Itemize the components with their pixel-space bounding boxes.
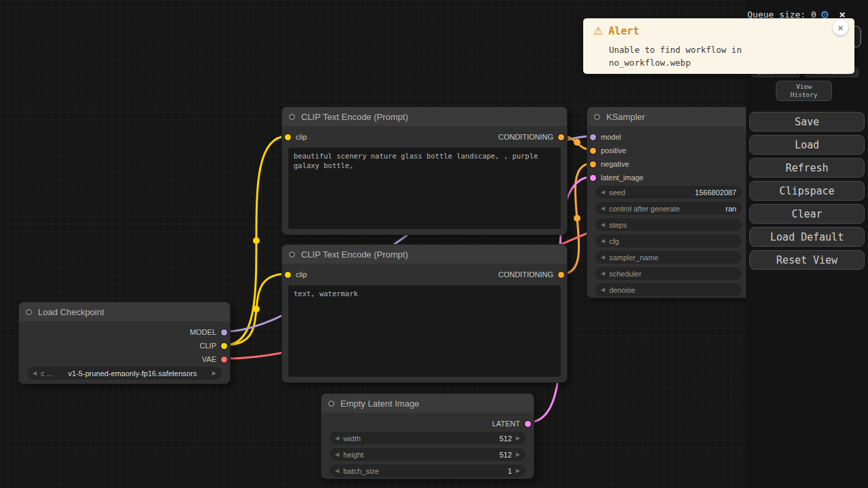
node-clip-text-encode-negative[interactable]: CLIP Text Encode (Prompt) clip CONDITION… [281, 244, 568, 383]
sampler-name-widget[interactable]: ◀ sampler_name [595, 251, 742, 264]
left-arrow-icon[interactable]: ◀ [335, 435, 339, 441]
model-port[interactable] [590, 134, 596, 140]
steps-widget[interactable]: ◀ steps [595, 218, 742, 231]
node-clip-text-encode-positive[interactable]: CLIP Text Encode (Prompt) clip CONDITION… [281, 106, 568, 235]
clip-port[interactable] [221, 343, 227, 349]
output-slot-conditioning[interactable]: CONDITIONING [498, 268, 564, 281]
width-widget[interactable]: ◀ width 512 ▶ [330, 432, 526, 445]
output-slot-clip[interactable]: CLIP [200, 339, 227, 352]
node-load-checkpoint[interactable]: Load Checkpoint MODEL CLIP VAE ◀ c ... v… [18, 302, 231, 384]
left-arrow-icon[interactable]: ◀ [601, 189, 605, 195]
control-after-generate-widget[interactable]: ◀ control after generate ran [595, 202, 742, 215]
clip-port[interactable] [285, 272, 291, 278]
conditioning-port[interactable] [558, 272, 564, 278]
left-arrow-icon[interactable]: ◀ [601, 287, 605, 293]
clear-button[interactable]: Clear [749, 204, 865, 224]
left-arrow-icon[interactable]: ◀ [33, 370, 37, 376]
node-header[interactable]: Empty Latent Image [321, 394, 534, 413]
load-default-button[interactable]: Load Default [749, 227, 865, 247]
left-arrow-icon[interactable]: ◀ [601, 254, 605, 260]
link-dot [253, 306, 260, 312]
conditioning-port[interactable] [590, 148, 596, 154]
clipspace-button[interactable]: Clipspace [749, 181, 865, 201]
output-slot-vae[interactable]: VAE [202, 352, 227, 366]
conditioning-port[interactable] [558, 134, 564, 140]
input-slot-model[interactable]: model [590, 130, 621, 144]
alert-title-row: ⚠ Alert [593, 24, 639, 37]
seed-widget[interactable]: ◀ seed 1566802087 [595, 186, 742, 199]
widget-label: cfg [609, 237, 619, 245]
right-arrow-icon[interactable]: ▶ [516, 468, 520, 474]
node-title: KSampler [606, 112, 645, 122]
node-header[interactable]: CLIP Text Encode (Prompt) [282, 245, 567, 264]
alert-message: Unable to find workflow in no_workflow.w… [609, 43, 742, 69]
node-graph-canvas[interactable]: Load Checkpoint MODEL CLIP VAE ◀ c ... v… [0, 0, 868, 488]
latent-port[interactable] [525, 421, 531, 427]
input-slot-clip[interactable]: clip [285, 130, 307, 144]
left-arrow-icon[interactable]: ◀ [601, 238, 605, 244]
load-button[interactable]: Load [749, 135, 865, 155]
alert-message-line1: Unable to find workflow in [609, 43, 742, 56]
alert-toast: ⚠ Alert Unable to find workflow in no_wo… [583, 18, 854, 74]
vae-port[interactable] [221, 357, 227, 363]
refresh-button[interactable]: Refresh [749, 158, 865, 178]
widget-label: seed [609, 188, 625, 197]
node-empty-latent-image[interactable]: Empty Latent Image LATENT ◀ width 512 ▶ … [321, 393, 534, 479]
cfg-widget[interactable]: ◀ cfg [595, 235, 742, 247]
input-slot-clip[interactable]: clip [285, 268, 307, 281]
prompt-textarea[interactable]: beautiful scenery nature glass bottle la… [288, 148, 561, 229]
widget-label: denoise [609, 286, 635, 294]
output-slot-model[interactable]: MODEL [190, 325, 227, 339]
widget-value: 1 [508, 467, 512, 475]
node-header[interactable]: KSampler [587, 107, 750, 126]
widget-label: control after generate [609, 205, 680, 213]
right-arrow-icon[interactable]: ▶ [516, 451, 520, 458]
scheduler-widget[interactable]: ◀ scheduler [595, 267, 742, 280]
prompt-textarea[interactable]: text, watermark [288, 285, 561, 377]
node-status-dot [594, 114, 600, 120]
height-widget[interactable]: ◀ height 512 ▶ [330, 448, 526, 461]
node-title: Empty Latent Image [340, 399, 419, 409]
ckpt-name-widget[interactable]: ◀ c ... v1-5-pruned-emaonly-fp16.safeten… [27, 367, 222, 380]
node-header[interactable]: CLIP Text Encode (Prompt) [282, 107, 567, 126]
latent-port[interactable] [590, 175, 596, 181]
input-slot-latent-image[interactable]: latent_image [590, 171, 644, 184]
right-arrow-icon[interactable]: ▶ [516, 435, 520, 441]
output-slot-conditioning[interactable]: CONDITIONING [498, 130, 564, 144]
denoise-widget[interactable]: ◀ denoise [595, 283, 742, 296]
view-history-button[interactable]: View History [776, 81, 832, 101]
node-title: CLIP Text Encode (Prompt) [301, 112, 408, 122]
model-port[interactable] [221, 329, 227, 336]
menu-button-column: Save Load Refresh Clipspace Clear Load D… [749, 112, 865, 273]
reset-view-button[interactable]: Reset View [749, 250, 865, 270]
output-slot-latent[interactable]: LATENT [492, 417, 531, 430]
left-arrow-icon[interactable]: ◀ [601, 222, 605, 228]
widget-label: width [343, 434, 361, 443]
link-dot [253, 237, 260, 244]
widget-label: sampler_name [609, 253, 658, 262]
node-header[interactable]: Load Checkpoint [19, 302, 230, 321]
widget-label: scheduler [609, 270, 642, 278]
input-slot-negative[interactable]: negative [590, 157, 629, 171]
node-ksampler[interactable]: KSampler model positive negative latent_… [587, 106, 751, 298]
link-dot [574, 215, 580, 222]
node-status-dot [289, 251, 295, 258]
alert-close-button[interactable]: × [833, 20, 848, 35]
node-status-dot [26, 309, 32, 315]
right-arrow-icon[interactable]: ▶ [212, 370, 216, 376]
node-status-dot [289, 114, 295, 120]
widget-value: v1-5-pruned-emaonly-fp16.safetensors [68, 369, 197, 378]
node-title: CLIP Text Encode (Prompt) [301, 249, 408, 260]
left-arrow-icon[interactable]: ◀ [335, 468, 339, 474]
left-arrow-icon[interactable]: ◀ [601, 205, 605, 211]
left-arrow-icon[interactable]: ◀ [601, 270, 605, 277]
link-dot [574, 139, 580, 146]
input-slot-positive[interactable]: positive [590, 144, 626, 157]
save-button[interactable]: Save [749, 112, 865, 131]
clip-port[interactable] [285, 134, 291, 140]
left-arrow-icon[interactable]: ◀ [335, 451, 339, 458]
widget-value: ran [726, 205, 736, 213]
conditioning-port[interactable] [590, 161, 596, 167]
batch-size-widget[interactable]: ◀ batch_size 1 ▶ [330, 464, 526, 477]
widget-value: 512 [499, 451, 511, 459]
